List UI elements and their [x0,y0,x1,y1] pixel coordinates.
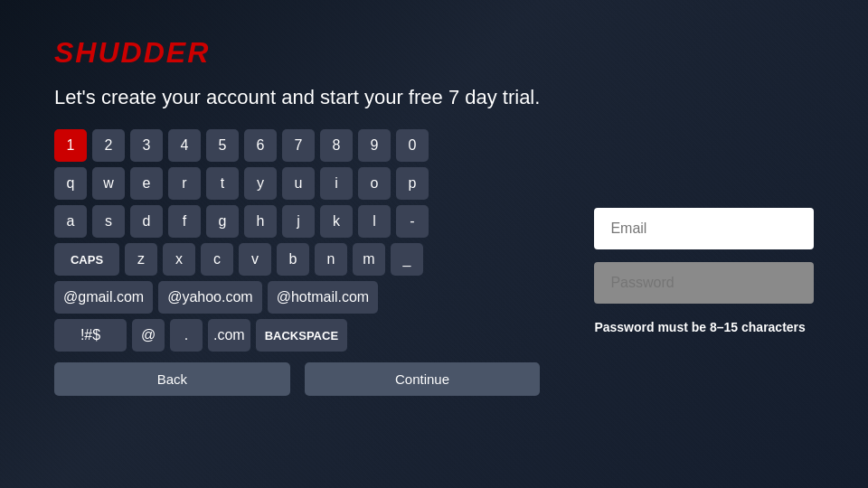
key-8[interactable]: 8 [320,129,353,162]
key-t[interactable]: t [206,167,239,200]
key-v[interactable]: v [239,243,271,276]
key-z[interactable]: z [125,243,157,276]
caps-lock-key[interactable]: CAPS [54,243,119,276]
key-l[interactable]: l [358,205,391,238]
key-6[interactable]: 6 [244,129,277,162]
key-f[interactable]: f [168,205,201,238]
key-j[interactable]: j [282,205,315,238]
password-hint: Password must be 8–15 characters [594,320,814,334]
key-yahoo[interactable]: @yahoo.com [158,281,262,314]
key-c[interactable]: c [201,243,233,276]
key-s[interactable]: s [92,205,125,238]
key-3[interactable]: 3 [130,129,163,162]
key-dotcom[interactable]: .com [208,319,250,352]
keyboard-row-qwerty: q w e r t y u i o p [54,167,540,200]
key-k[interactable]: k [320,205,353,238]
key-d[interactable]: d [130,205,163,238]
keyboard-row-caps: CAPS z x c v b n m _ [54,243,540,276]
key-4[interactable]: 4 [168,129,201,162]
key-q[interactable]: q [54,167,87,200]
key-e[interactable]: e [130,167,163,200]
key-dot[interactable]: . [170,319,203,352]
left-panel: SHUDDER Let's create your account and st… [54,36,540,452]
key-0[interactable]: 0 [396,129,429,162]
key-x[interactable]: x [163,243,195,276]
key-1[interactable]: 1 [54,129,87,162]
right-panel: Password must be 8–15 characters [594,36,814,452]
continue-button[interactable]: Continue [305,362,541,396]
key-a[interactable]: a [54,205,87,238]
key-u[interactable]: u [282,167,315,200]
app-logo: SHUDDER [54,36,540,70]
keyboard-row-asdf: a s d f g h j k l - [54,205,540,238]
key-underscore[interactable]: _ [391,243,423,276]
key-at[interactable]: @ [132,319,165,352]
key-9[interactable]: 9 [358,129,391,162]
key-g[interactable]: g [206,205,239,238]
virtual-keyboard: 1 2 3 4 5 6 7 8 9 0 q w e r t y u i [54,129,540,352]
key-2[interactable]: 2 [92,129,125,162]
key-gmail[interactable]: @gmail.com [54,281,153,314]
keyboard-row-special: !#$ @ . .com BACKSPACE [54,319,540,352]
key-n[interactable]: n [315,243,347,276]
key-b[interactable]: b [277,243,309,276]
key-dash[interactable]: - [396,205,429,238]
key-o[interactable]: o [358,167,391,200]
key-y[interactable]: y [244,167,277,200]
key-i[interactable]: i [320,167,353,200]
key-p[interactable]: p [396,167,429,200]
back-button[interactable]: Back [54,362,290,396]
key-m[interactable]: m [353,243,385,276]
backspace-key[interactable]: BACKSPACE [256,319,347,352]
key-7[interactable]: 7 [282,129,315,162]
email-input[interactable] [594,208,814,249]
key-r[interactable]: r [168,167,201,200]
keyboard-row-email-domains: @gmail.com @yahoo.com @hotmail.com [54,281,540,314]
key-hotmail[interactable]: @hotmail.com [268,281,379,314]
keyboard-row-numbers: 1 2 3 4 5 6 7 8 9 0 [54,129,540,162]
key-5[interactable]: 5 [206,129,239,162]
key-w[interactable]: w [92,167,125,200]
action-buttons: Back Continue [54,362,540,396]
key-symbols[interactable]: !#$ [54,319,127,352]
password-input[interactable] [594,262,814,304]
page-subtitle: Let's create your account and start your… [54,86,540,109]
key-h[interactable]: h [244,205,277,238]
